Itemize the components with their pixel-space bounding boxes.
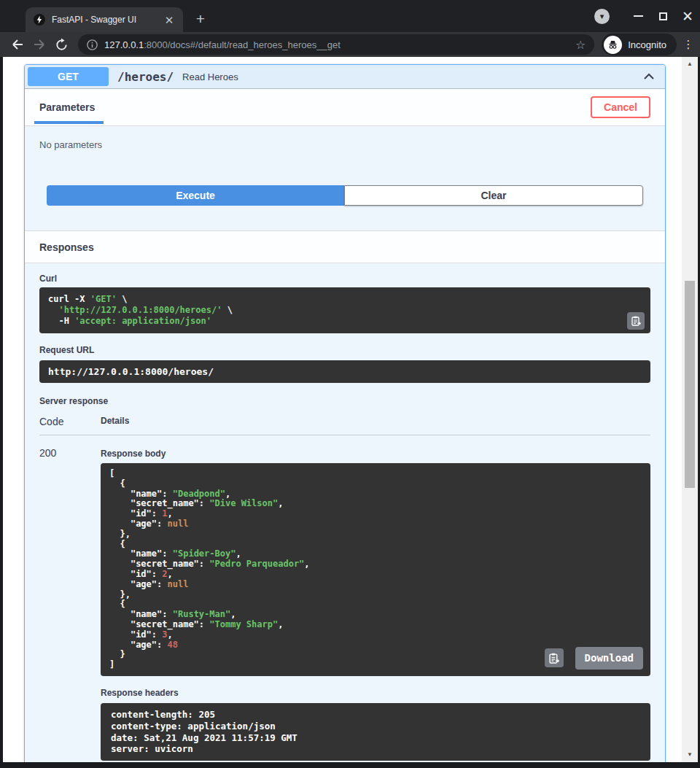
response-headers-code: content-length: 205 content-type: applic… — [111, 709, 640, 755]
response-headers-block: content-length: 205 content-type: applic… — [101, 703, 650, 761]
minimize-button[interactable] — [626, 4, 650, 28]
execute-wrapper: Execute Clear — [25, 158, 665, 230]
back-button[interactable] — [7, 34, 28, 55]
details-column-header: Details — [101, 416, 129, 427]
responses-header: Responses — [25, 230, 665, 263]
page-scrollbar[interactable]: ▲ ▼ — [682, 57, 698, 762]
bookmark-star-icon[interactable]: ☆ — [574, 38, 587, 52]
responses-body: Curl curl -X 'GET' \ 'http://127.0.0.1:8… — [25, 263, 665, 762]
endpoint-summary: Read Heroes — [182, 71, 640, 82]
browser-menu-button[interactable]: ⋮ — [678, 38, 699, 51]
clipboard-icon — [631, 316, 641, 326]
browser-toolbar: 127.0.0.1:8000/docs#/default/read_heroes… — [0, 32, 700, 57]
reload-button[interactable] — [50, 34, 72, 55]
incognito-avatar — [604, 36, 622, 54]
operation-summary[interactable]: GET /heroes/ Read Heroes — [25, 65, 665, 89]
clear-button[interactable]: Clear — [344, 185, 643, 206]
tab-title: FastAPI - Swagger UI — [52, 15, 163, 25]
response-body-block: [ { "name": "Deadpond", "secret_name": "… — [101, 463, 650, 676]
responses-title: Responses — [39, 241, 94, 253]
scroll-up-arrow-icon[interactable]: ▲ — [682, 58, 698, 70]
url-text: 127.0.0.1:8000/docs#/default/read_heroes… — [104, 39, 574, 50]
window-close-button[interactable]: ✕ — [675, 4, 700, 28]
response-headers-label: Response headers — [101, 688, 650, 698]
curl-label: Curl — [39, 274, 650, 284]
opblock-get-heroes: GET /heroes/ Read Heroes Parameters Canc… — [24, 64, 666, 762]
request-url-value: http://127.0.0.1:8000/heroes/ — [48, 366, 642, 377]
curl-code: curl -X 'GET' \ 'http://127.0.0.1:8000/h… — [48, 294, 621, 327]
forward-button[interactable] — [28, 34, 50, 55]
window-bottom-edge — [0, 762, 700, 768]
back-arrow-icon — [10, 37, 25, 52]
browser-titlebar: FastAPI - Swagger UI ✕ + ▾ ✕ — [0, 0, 700, 32]
response-body-code: [ { "name": "Deadpond", "secret_name": "… — [109, 469, 642, 670]
url-host: 127.0.0.1 — [104, 39, 144, 50]
execute-button[interactable]: Execute — [47, 185, 344, 206]
scrollbar-thumb[interactable] — [685, 281, 695, 488]
site-info-icon[interactable] — [87, 39, 98, 50]
clipboard-icon — [549, 653, 559, 664]
reload-icon — [55, 38, 69, 52]
copy-curl-button[interactable] — [627, 312, 645, 330]
swagger-page: GET /heroes/ Read Heroes Parameters Canc… — [3, 57, 698, 762]
forward-arrow-icon — [32, 37, 47, 52]
collapse-operation-button[interactable] — [640, 68, 658, 85]
address-bar[interactable]: 127.0.0.1:8000/docs#/default/read_heroes… — [78, 34, 594, 55]
tab-close-icon[interactable]: ✕ — [163, 15, 176, 26]
curl-code-block: curl -X 'GET' \ 'http://127.0.0.1:8000/h… — [39, 287, 650, 333]
fastapi-favicon-icon — [34, 14, 45, 26]
no-parameters-text: No parameters — [39, 139, 650, 150]
status-code: 200 — [39, 447, 101, 761]
maximize-icon — [659, 12, 667, 20]
close-icon: ✕ — [682, 9, 693, 23]
minimize-icon — [634, 15, 643, 17]
download-button[interactable]: Download — [575, 647, 643, 670]
scroll-down-arrow-icon[interactable]: ▼ — [682, 749, 698, 761]
incognito-icon — [607, 39, 618, 50]
request-url-block: http://127.0.0.1:8000/heroes/ — [39, 360, 650, 383]
response-row-200: 200 Response body [ { "name": "Deadpond"… — [39, 435, 650, 761]
url-rest: :8000/docs#/default/read_heroes_heroes__… — [144, 39, 341, 50]
tab-search-button[interactable]: ▾ — [594, 9, 610, 24]
maximize-button[interactable] — [650, 4, 675, 28]
endpoint-path: /heroes/ — [117, 70, 174, 84]
http-method-badge[interactable]: GET — [28, 67, 109, 86]
incognito-label: Incognito — [628, 39, 666, 50]
parameters-title: Parameters — [39, 101, 95, 113]
incognito-badge: Incognito — [602, 34, 677, 55]
cancel-button[interactable]: Cancel — [591, 96, 650, 118]
request-url-label: Request URL — [39, 345, 650, 355]
chevron-up-icon — [642, 69, 656, 84]
browser-tab[interactable]: FastAPI - Swagger UI ✕ — [26, 7, 183, 32]
new-tab-button[interactable]: + — [191, 10, 210, 29]
response-table-header: Code Details — [39, 416, 650, 435]
code-column-header: Code — [39, 416, 101, 427]
response-body-label: Response body — [101, 449, 650, 459]
tab-parameters[interactable]: Parameters — [39, 89, 95, 125]
server-response-label: Server response — [39, 396, 650, 406]
active-tab-indicator — [34, 121, 104, 124]
parameters-body: No parameters — [25, 126, 665, 158]
parameters-header: Parameters Cancel — [25, 89, 665, 126]
copy-response-button[interactable] — [545, 648, 564, 667]
